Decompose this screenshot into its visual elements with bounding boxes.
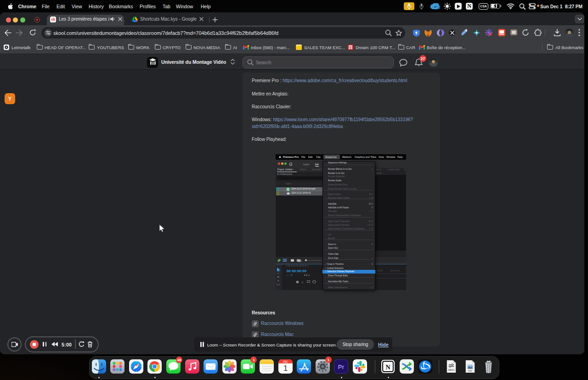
svg-text:KBSC: KBSC <box>448 369 455 371</box>
svg-text:Pr: Pr <box>338 364 344 370</box>
svg-text:1: 1 <box>283 364 288 372</box>
svg-text:PDF: PDF <box>468 370 472 372</box>
svg-text:DEC: DEC <box>283 360 288 363</box>
svg-text:N: N <box>385 363 390 371</box>
